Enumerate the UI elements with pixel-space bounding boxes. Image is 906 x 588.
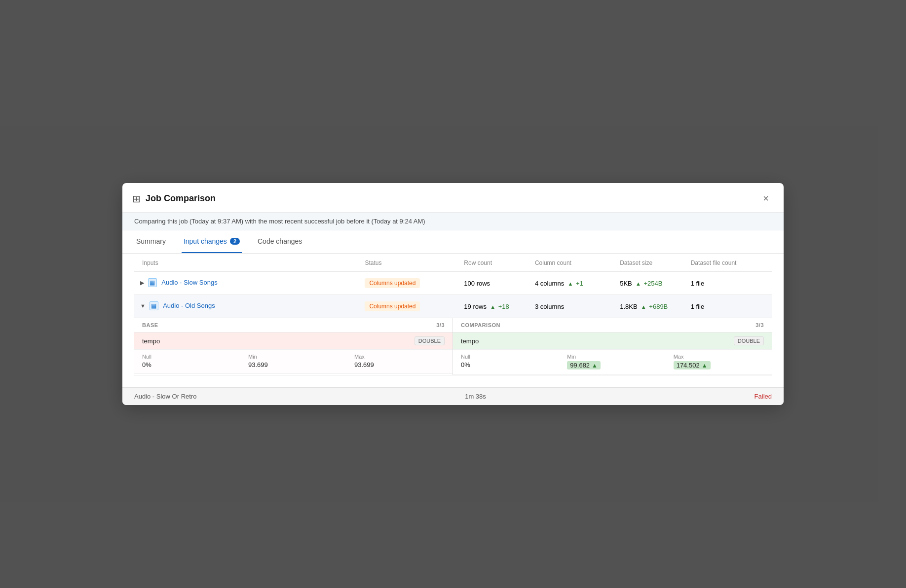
row2-size-delta: +689B xyxy=(649,303,668,310)
modal-close-button[interactable]: × xyxy=(760,192,772,205)
bottom-duration: 1m 38s xyxy=(465,393,486,400)
table-row: ▶ Audio - Slow Songs Columns updated 100… xyxy=(134,272,772,295)
row1-dataset-name[interactable]: Audio - Slow Songs xyxy=(161,279,217,286)
comparison-max-highlight: 174.502 ▲ xyxy=(674,361,711,369)
comparison-min-highlight: 99.682 ▲ xyxy=(567,361,601,369)
comparison-stats-row: Null 0% Min 99.682 xyxy=(453,350,772,375)
row2-dataset-name[interactable]: Audio - Old Songs xyxy=(163,302,215,309)
row2-status-badge: Columns updated xyxy=(365,301,420,311)
row2-size-cell: 1.8KB ▲ +689B xyxy=(616,295,687,318)
row2-colcount-cell: 3 columns xyxy=(531,295,616,318)
tab-input-changes[interactable]: Input changes 2 xyxy=(182,230,242,253)
row1-inputs-cell: ▶ Audio - Slow Songs xyxy=(134,272,361,295)
base-stats-row: Null 0% Min 93.699 Max xyxy=(134,350,453,374)
row2-row-delta: +18 xyxy=(498,303,509,310)
row1-filecount-cell: 1 file xyxy=(687,272,772,295)
row2-size-up-arrow: ▲ xyxy=(641,304,646,310)
base-min-label: Min xyxy=(248,354,339,360)
col-header-filecount: Dataset file count xyxy=(687,254,772,272)
comparison-col-row: tempo DOUBLE xyxy=(453,332,772,350)
row1-col-up-arrow: ▲ xyxy=(567,281,573,287)
row1-colcount-cell: 4 columns ▲ +1 xyxy=(531,272,616,295)
base-panel: BASE 3/3 tempo DOUBLE xyxy=(134,318,453,375)
modal-title: Job Comparison xyxy=(146,193,216,204)
base-max-cell: Max 93.699 xyxy=(346,350,453,374)
expanded-inner: BASE 3/3 tempo DOUBLE xyxy=(134,318,772,375)
modal-header: ⊞ Job Comparison × xyxy=(122,183,784,213)
row1-expand-button[interactable]: ▶ xyxy=(138,279,146,287)
row1-status-badge: Columns updated xyxy=(365,278,420,288)
comparison-min-value: 99.682 ▲ xyxy=(567,361,657,369)
tab-summary[interactable]: Summary xyxy=(134,230,168,253)
expanded-row: BASE 3/3 tempo DOUBLE xyxy=(134,318,772,376)
expanded-cell: BASE 3/3 tempo DOUBLE xyxy=(134,318,772,376)
base-null-value: 0% xyxy=(142,361,232,368)
bottom-status: Failed xyxy=(755,393,772,400)
comparison-min-up-arrow: ▲ xyxy=(592,362,598,369)
base-panel-header: BASE 3/3 xyxy=(134,318,453,332)
tabs-row: Summary Input changes 2 Code changes xyxy=(122,230,784,254)
comparison-null-value: 0% xyxy=(461,361,551,368)
comparison-min-cell: Min 99.682 ▲ xyxy=(559,350,665,375)
row2-expand-button[interactable]: ▼ xyxy=(138,302,148,310)
row1-size-up-arrow: ▲ xyxy=(636,281,641,287)
row2-status-cell: Columns updated xyxy=(361,295,460,318)
job-comparison-icon: ⊞ xyxy=(132,193,141,205)
modal-title-row: ⊞ Job Comparison xyxy=(132,193,216,205)
row1-col-delta: +1 xyxy=(576,280,583,287)
table-row: ▼ Audio - Old Songs Columns updated 19 r… xyxy=(134,295,772,318)
inputs-table: Inputs Status Row count Column count Dat… xyxy=(134,254,772,375)
base-col-name: tempo xyxy=(142,337,160,345)
table-header-row: Inputs Status Row count Column count Dat… xyxy=(134,254,772,272)
row1-size-delta: +254B xyxy=(643,280,662,287)
row2-row-up-arrow: ▲ xyxy=(490,304,495,310)
row1-size-cell: 5KB ▲ +254B xyxy=(616,272,687,295)
row2-dataset-icon xyxy=(150,301,158,310)
row2-inputs-cell: ▼ Audio - Old Songs xyxy=(134,295,361,318)
modal-subtitle: Comparing this job (Today at 9:37 AM) wi… xyxy=(122,213,784,230)
base-max-value: 93.699 xyxy=(354,361,445,368)
comparison-null-label: Null xyxy=(461,354,551,360)
comparison-null-cell: Null 0% xyxy=(453,350,559,375)
col-header-status: Status xyxy=(361,254,460,272)
base-null-cell: Null 0% xyxy=(134,350,240,374)
col-header-colcount: Column count xyxy=(531,254,616,272)
col-header-inputs: Inputs xyxy=(134,254,361,272)
row1-dataset-icon xyxy=(148,278,157,287)
base-col-row: tempo DOUBLE xyxy=(134,332,453,350)
table-container: Inputs Status Row count Column count Dat… xyxy=(122,254,784,387)
tab-code-changes[interactable]: Code changes xyxy=(256,230,304,253)
comparison-max-up-arrow: ▲ xyxy=(702,362,708,369)
job-comparison-modal: ⊞ Job Comparison × Comparing this job (T… xyxy=(122,183,784,405)
base-min-value: 93.699 xyxy=(248,361,339,368)
col-header-size: Dataset size xyxy=(616,254,687,272)
comparison-max-cell: Max 174.502 ▲ xyxy=(666,350,772,375)
row1-rowcount-cell: 100 rows xyxy=(460,272,531,295)
bottom-bar: Audio - Slow Or Retro 1m 38s Failed xyxy=(122,387,784,405)
comparison-col-name: tempo xyxy=(461,337,479,345)
comparison-max-value: 174.502 ▲ xyxy=(674,361,764,369)
modal-overlay: ⊞ Job Comparison × Comparing this job (T… xyxy=(0,0,906,588)
comparison-max-label: Max xyxy=(674,354,764,360)
row2-rowcount-cell: 19 rows ▲ +18 xyxy=(460,295,531,318)
row2-filecount-cell: 1 file xyxy=(687,295,772,318)
base-col-type: DOUBLE xyxy=(415,336,445,345)
comparison-panel: COMPARISON 3/3 tempo DOUBLE xyxy=(453,318,772,375)
base-null-label: Null xyxy=(142,354,232,360)
col-header-rowcount: Row count xyxy=(460,254,531,272)
input-changes-badge: 2 xyxy=(230,238,240,245)
comparison-min-label: Min xyxy=(567,354,657,360)
row1-status-cell: Columns updated xyxy=(361,272,460,295)
base-max-label: Max xyxy=(354,354,445,360)
comparison-panel-header: COMPARISON 3/3 xyxy=(453,318,772,332)
comparison-col-type: DOUBLE xyxy=(734,336,764,345)
base-min-cell: Min 93.699 xyxy=(240,350,346,374)
bottom-dataset-name: Audio - Slow Or Retro xyxy=(134,393,196,400)
